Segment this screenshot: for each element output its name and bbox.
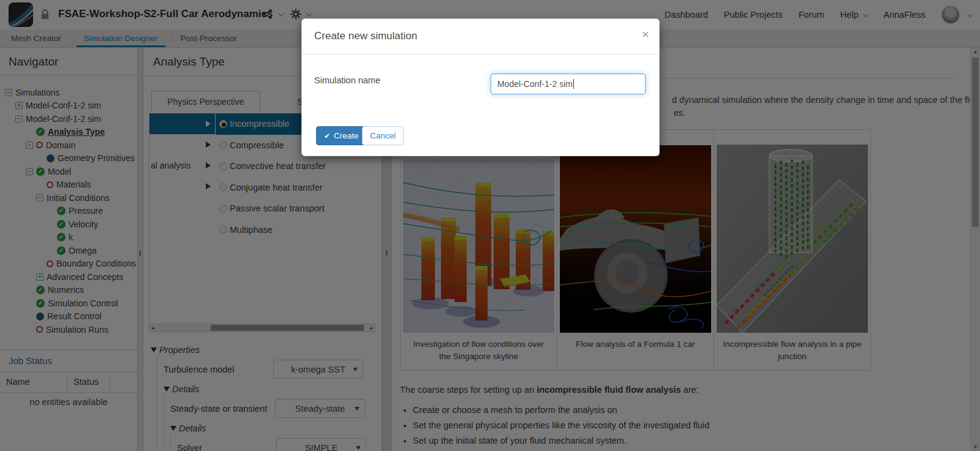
simulation-name-input[interactable]: Model-Conf-1-2 sim [491, 74, 646, 94]
create-simulation-dialog: Create new simulation × Simulation name … [301, 18, 660, 156]
create-button-label: Create [334, 131, 359, 140]
text-caret [573, 79, 574, 89]
cancel-button-label: Cancel [370, 131, 396, 140]
simulation-name-label: Simulation name [314, 75, 380, 85]
close-icon[interactable]: × [642, 28, 649, 40]
check-icon: ✔ [324, 132, 330, 140]
dialog-header: Create new simulation × [302, 19, 659, 55]
create-button[interactable]: ✔ Create [316, 126, 367, 145]
cancel-button[interactable]: Cancel [362, 126, 404, 145]
dialog-title: Create new simulation [314, 30, 417, 42]
simulation-name-value: Model-Conf-1-2 sim [497, 79, 573, 89]
